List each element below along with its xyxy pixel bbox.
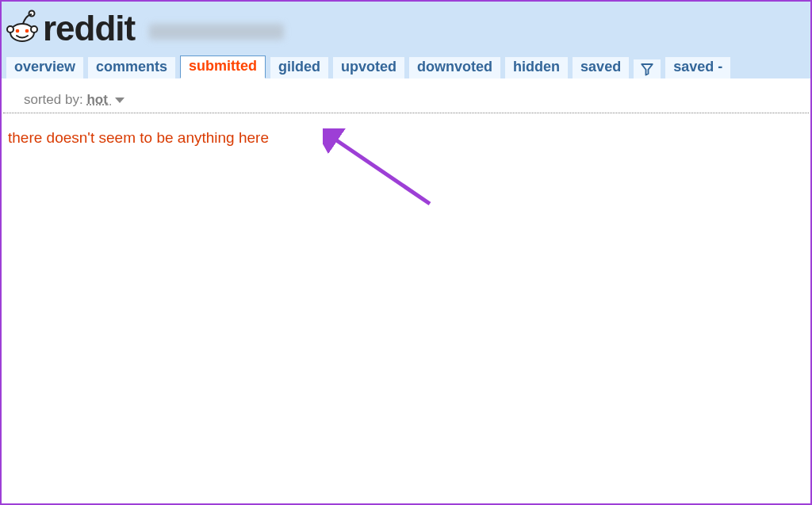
svg-point-2 [7,26,13,33]
svg-point-1 [10,24,34,41]
tab-menu: overview comments submitted gilded upvot… [2,55,810,78]
sort-label: sorted by: [24,92,86,107]
tab-upvoted[interactable]: upvoted [333,57,404,78]
caret-down-icon [115,98,124,103]
sort-bar: sorted by: hot [3,87,809,113]
tab-saved-filter[interactable]: saved - [665,57,730,78]
sort-value: hot [86,92,107,107]
logo[interactable]: reddit [6,9,135,48]
tab-overview[interactable]: overview [6,57,83,78]
svg-point-3 [31,26,37,33]
tab-saved[interactable]: saved [573,57,629,78]
tab-filter[interactable] [634,59,661,78]
tab-gilded[interactable]: gilded [270,57,328,78]
svg-point-5 [25,29,29,33]
tab-hidden[interactable]: hidden [505,57,568,78]
username-blurred [149,24,284,40]
tab-downvoted[interactable]: downvoted [409,57,500,78]
header: reddit [2,2,810,55]
svg-point-4 [16,29,20,33]
reddit-wordmark: reddit [43,11,135,46]
reddit-snoo-icon [6,9,38,48]
tab-submitted[interactable]: submitted [180,55,266,78]
tab-comments[interactable]: comments [88,57,175,78]
sort-dropdown[interactable]: hot [86,92,124,107]
filter-icon [640,62,654,76]
content-area: sorted by: hot there doesn't seem to be … [2,79,810,147]
empty-message: there doesn't seem to be anything here [2,121,810,147]
